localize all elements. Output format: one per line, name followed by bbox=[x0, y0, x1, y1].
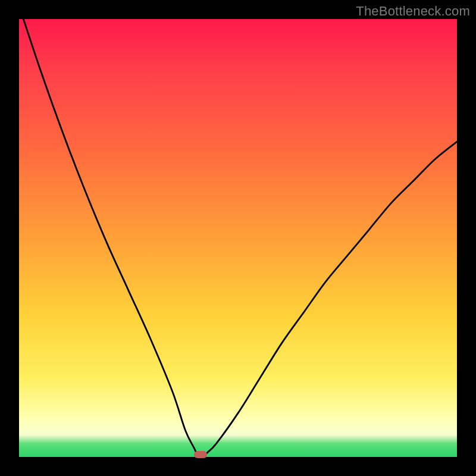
outer-frame: TheBottleneck.com bbox=[0, 0, 476, 476]
bottleneck-curve bbox=[19, 19, 457, 457]
watermark-text: TheBottleneck.com bbox=[356, 4, 470, 19]
optimum-marker bbox=[194, 451, 207, 458]
plot-area bbox=[19, 19, 457, 457]
